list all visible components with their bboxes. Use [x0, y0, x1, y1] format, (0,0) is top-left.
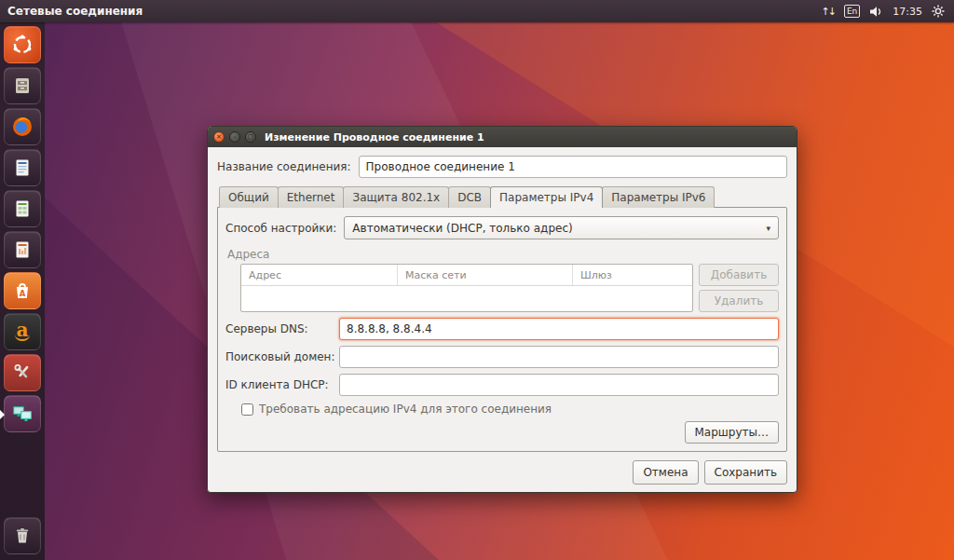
search-domain-input[interactable] [339, 346, 779, 368]
search-domain-label: Поисковый домен: [225, 350, 339, 363]
addresses-table[interactable]: Адрес Маска сети Шлюз [240, 264, 693, 312]
method-row: Способ настройки: Автоматически (DHCP, т… [225, 216, 779, 239]
chevron-down-icon: ▾ [766, 224, 770, 233]
save-button[interactable]: Сохранить [704, 460, 788, 485]
network-indicator-icon[interactable]: ↑↓ [821, 6, 834, 18]
tab-802-1x-security[interactable]: Защита 802.1x [343, 186, 449, 208]
libreoffice-writer-icon[interactable] [4, 149, 41, 186]
tab-ipv4-settings[interactable]: Параметры IPv4 [490, 186, 603, 208]
routes-row: Маршруты… [225, 421, 779, 444]
method-value: Автоматически (DHCP, только адрес) [352, 222, 572, 235]
dialog-actions: Отмена Сохранить [217, 460, 787, 485]
unity-launcher: A a [0, 22, 45, 560]
session-gear-icon[interactable] [932, 5, 945, 18]
connection-name-label: Название соединения: [217, 160, 351, 173]
ubuntu-software-icon[interactable]: A [4, 272, 41, 309]
volume-icon[interactable] [869, 6, 883, 18]
search-domain-row: Поисковый домен: [225, 346, 779, 368]
column-netmask: Маска сети [398, 265, 573, 285]
clock[interactable]: 17:35 [893, 6, 922, 18]
network-connections-icon[interactable] [4, 395, 41, 432]
dialog-titlebar[interactable]: ✕ – ▢ Изменение Проводное соединение 1 [208, 127, 797, 147]
dns-label: Серверы DNS: [225, 322, 339, 335]
add-address-button[interactable]: Добавить [699, 264, 779, 286]
desktop: Сетевые соединения ↑↓ En 17:35 [0, 0, 954, 560]
dhcp-client-id-input[interactable] [339, 374, 779, 396]
tab-dcb[interactable]: DCB [448, 186, 491, 208]
dhcp-client-id-row: ID клиента DHCP: [225, 374, 779, 396]
dhcp-client-id-label: ID клиента DHCP: [225, 378, 339, 391]
cancel-button[interactable]: Отмена [633, 460, 698, 485]
require-ipv4-row: Требовать адресацию IPv4 для этого соеди… [241, 403, 779, 416]
tab-general[interactable]: Общий [219, 186, 279, 208]
trash-icon[interactable] [4, 517, 41, 554]
indicator-area: ↑↓ En 17:35 [821, 5, 954, 18]
require-ipv4-label: Требовать адресацию IPv4 для этого соеди… [259, 403, 552, 416]
connection-name-input[interactable] [359, 156, 787, 178]
method-dropdown[interactable]: Автоматически (DHCP, только адрес) ▾ [344, 216, 779, 239]
dialog-body: Название соединения: Общий Ethernet Защи… [208, 147, 797, 492]
active-app-arrow [0, 409, 5, 420]
active-app-title: Сетевые соединения [7, 5, 143, 18]
tab-ethernet[interactable]: Ethernet [278, 186, 345, 208]
addresses-buttons: Добавить Удалить [699, 264, 779, 312]
libreoffice-calc-icon[interactable] [4, 190, 41, 227]
require-ipv4-checkbox[interactable] [241, 403, 253, 416]
dns-servers-input[interactable] [339, 318, 779, 340]
firefox-icon[interactable] [4, 108, 41, 145]
tab-ipv6-settings[interactable]: Параметры IPv6 [602, 186, 715, 208]
files-icon[interactable] [4, 67, 41, 104]
addresses-block: Адрес Маска сети Шлюз Добавить Удалить [240, 264, 779, 312]
minimize-icon[interactable]: – [229, 131, 240, 143]
dialog-title: Изменение Проводное соединение 1 [265, 131, 484, 143]
maximize-icon[interactable]: ▢ [245, 131, 256, 143]
addresses-table-header: Адрес Маска сети Шлюз [241, 265, 692, 286]
addresses-section-label: Адреса [227, 248, 779, 261]
settings-tabs: Общий Ethernet Защита 802.1x DCB Парамет… [217, 186, 787, 208]
system-settings-icon[interactable] [4, 354, 41, 391]
keyboard-layout-indicator[interactable]: En [844, 5, 860, 18]
connection-name-row: Название соединения: [217, 156, 787, 178]
column-address: Адрес [241, 265, 398, 285]
delete-address-button[interactable]: Удалить [699, 290, 779, 312]
routes-button[interactable]: Маршруты… [685, 421, 780, 444]
ubuntu-dash-icon[interactable] [4, 26, 41, 63]
dns-row: Серверы DNS: [225, 318, 779, 340]
edit-connection-dialog: ✕ – ▢ Изменение Проводное соединение 1 Н… [207, 126, 797, 493]
libreoffice-impress-icon[interactable] [4, 231, 41, 268]
top-panel: Сетевые соединения ↑↓ En 17:35 [0, 0, 954, 22]
close-icon[interactable]: ✕ [213, 131, 225, 143]
ipv4-settings-panel: Способ настройки: Автоматически (DHCP, т… [217, 207, 787, 452]
method-label: Способ настройки: [225, 222, 336, 235]
amazon-glyph: a [15, 323, 30, 341]
svg-text:A: A [20, 289, 26, 298]
column-gateway: Шлюз [573, 265, 692, 285]
amazon-icon[interactable]: a [4, 313, 41, 350]
